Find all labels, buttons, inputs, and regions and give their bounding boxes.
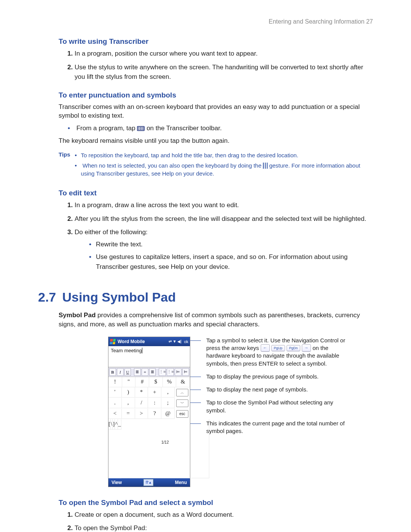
symbol-cell[interactable]: )	[122, 387, 135, 398]
arrow-left-key: ←	[261, 344, 270, 351]
section-number: 2.7	[38, 290, 59, 305]
bullet: From a program, tap on the Transcriber t…	[75, 123, 373, 133]
ok-button[interactable]: ok	[184, 339, 188, 344]
symbol-cell[interactable]: %	[163, 377, 177, 387]
sub-bullet: Rewrite the text.	[96, 240, 373, 249]
pgdn-key: PgDn	[287, 345, 300, 351]
symbol-cell[interactable]: ,	[161, 387, 175, 398]
symbol-cell[interactable]: *	[135, 387, 148, 398]
bold-button[interactable]: B	[109, 368, 116, 376]
document-area[interactable]: Team meeting	[108, 346, 190, 367]
heading-open-symbol-pad: To open the Symbol Pad and select a symb…	[59, 498, 373, 507]
symbol-cell[interactable]: #	[135, 377, 149, 387]
step: Create or open a document, such as a Wor…	[75, 510, 373, 520]
arrow-right-key: →	[302, 344, 311, 351]
tips-label: Tips	[59, 151, 70, 180]
keyboard-icon	[137, 126, 145, 131]
heading-write-transcriber: To write using Transcriber	[59, 37, 373, 46]
title-bar: Word Mobile ⇄ ▼ ◀ǀ ok	[108, 337, 190, 346]
callout-close: Tap to close the Symbol Pad without sele…	[201, 399, 353, 414]
gesture-icon	[263, 163, 268, 169]
step: After you lift the stylus from the scree…	[75, 214, 373, 224]
term: Symbol Pad	[59, 312, 96, 319]
tip: To reposition the keyboard, tap and hold…	[75, 151, 373, 159]
formatting-toolbar: B I U ≣ ≡ ≣ ⋮≡ ⋮≡ ⊨ ⊨	[108, 367, 190, 377]
heading-edit-text: To edit text	[59, 189, 373, 197]
symbol-cell[interactable]: /	[135, 398, 148, 408]
section-heading: 2.7 Using Symbol Pad	[38, 290, 373, 305]
text: Do either of the following:	[75, 228, 148, 236]
text: From a program, tap	[76, 125, 137, 132]
sip-button[interactable]: ⁉ ▴	[143, 479, 153, 486]
italic-button[interactable]: I	[117, 368, 124, 376]
symbol-cell[interactable]: @	[161, 409, 175, 419]
bullets-button[interactable]: ⋮≡	[159, 368, 166, 376]
menu-softkey[interactable]: Menu	[175, 480, 187, 485]
text: provides a comprehensive list of common …	[59, 312, 360, 328]
callout-prev-page: Tap to display the previous page of symb…	[201, 373, 353, 380]
callout-page-indicator: This indicates the current page and the …	[201, 420, 353, 435]
align-left-button[interactable]: ≣	[134, 368, 141, 376]
paragraph: Symbol Pad provides a comprehensive list…	[59, 311, 373, 329]
step: Do either of the following: Rewrite the …	[75, 227, 373, 272]
outdent-button[interactable]: ⊨	[175, 368, 182, 376]
windows-flag-icon	[110, 339, 116, 344]
callout-select: Tap a symbol to select it. Use the Navig…	[201, 337, 353, 367]
symbol-cell[interactable]: :	[148, 398, 161, 408]
symbol-cell[interactable]: +	[148, 387, 161, 398]
step: In a program, draw a line across the tex…	[75, 200, 373, 210]
next-page-button[interactable]: ﹀	[176, 399, 188, 407]
symbol-pad-figure: Word Mobile ⇄ ▼ ◀ǀ ok Team meeting B I U…	[108, 337, 373, 487]
symbol-cell[interactable]: $	[149, 377, 163, 387]
tips-block: Tips To reposition the keyboard, tap and…	[59, 151, 373, 180]
symbol-cell[interactable]: .	[108, 398, 122, 408]
callouts: Tap a symbol to select it. Use the Navig…	[201, 337, 353, 441]
symbol-cell[interactable]: =	[122, 409, 135, 419]
symbol-cell[interactable]: ,	[122, 398, 135, 408]
prev-page-button[interactable]: ︿	[176, 389, 188, 396]
document-text: Team meeting	[111, 348, 142, 353]
paragraph: The keyboard remains visible until you t…	[59, 136, 373, 145]
esc-button[interactable]: esc	[176, 410, 188, 418]
symbol-cell[interactable]: ^	[115, 419, 118, 430]
sub-bullet: Use gestures to capitalize letters, inse…	[96, 252, 373, 272]
symbol-grid[interactable]: !"#$%&')*+,︿.,/:;﹀<=>?@esc[\]^_1/12	[108, 377, 190, 478]
text: on the Transcriber toolbar.	[147, 125, 222, 132]
symbol-cell[interactable]: _	[118, 419, 121, 430]
tip: When no text is selected, you can also o…	[75, 161, 373, 177]
symbol-cell[interactable]: '	[108, 387, 122, 398]
symbol-cell[interactable]: ?	[148, 409, 161, 419]
indent-button[interactable]: ⊨	[182, 368, 189, 376]
symbol-cell[interactable]: ;	[161, 398, 175, 408]
symbol-cell[interactable]: <	[108, 409, 122, 419]
align-center-button[interactable]: ≡	[142, 368, 148, 376]
view-softkey[interactable]: View	[112, 480, 122, 485]
pgup-key: PgUp	[271, 345, 285, 351]
symbol-pad-screenshot: Word Mobile ⇄ ▼ ◀ǀ ok Team meeting B I U…	[108, 337, 190, 487]
window-title: Word Mobile	[118, 339, 166, 344]
align-right-button[interactable]: ≣	[149, 368, 156, 376]
callout-next-page: Tap to display the next page of symbols.	[201, 386, 353, 393]
title-status-icons: ⇄ ▼ ◀ǀ	[169, 339, 182, 343]
symbol-cell[interactable]: "	[122, 377, 136, 387]
running-header: Entering and Searching Information 27	[38, 18, 373, 25]
soft-key-bar: View ⁉ ▴ Menu	[108, 478, 190, 487]
underline-button[interactable]: U	[124, 368, 131, 376]
paragraph: Transcriber comes with an on-screen keyb…	[59, 102, 373, 121]
section-title-text: Using Symbol Pad	[62, 290, 176, 304]
numbering-button[interactable]: ⋮≡	[167, 368, 174, 376]
step: In a program, position the cursor where …	[75, 49, 373, 59]
step: To open the Symbol Pad: Tap the Input Se…	[75, 523, 373, 532]
symbol-cell[interactable]: !	[108, 377, 122, 387]
symbol-cell[interactable]: >	[135, 409, 148, 419]
text: To open the Symbol Pad:	[75, 524, 147, 532]
step: Use the stylus to write anywhere on the …	[75, 62, 373, 82]
text: When no text is selected, you can also o…	[83, 162, 263, 169]
page-indicator: 1/12	[121, 419, 209, 478]
symbol-cell[interactable]: &	[176, 377, 190, 387]
heading-enter-punctuation: To enter punctuation and symbols	[59, 91, 373, 99]
